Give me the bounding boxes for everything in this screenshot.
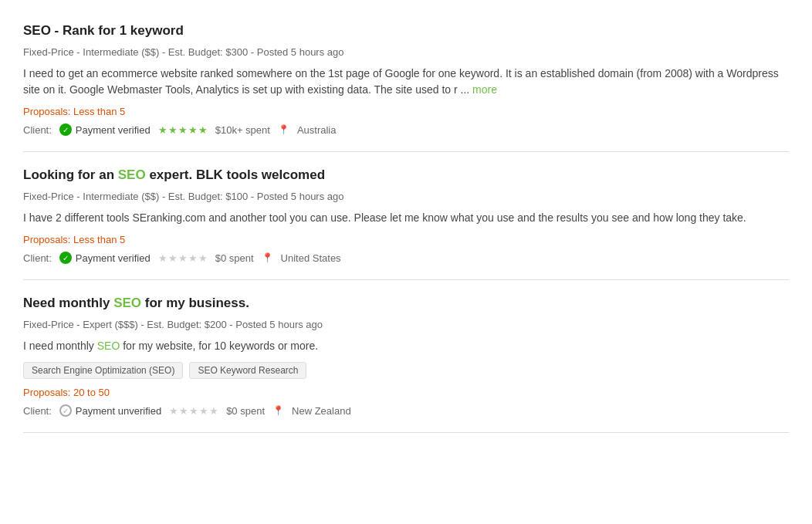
client-info-2: Client: ✓ Payment verified ★ ★ ★ ★ ★ $0 … [23, 252, 789, 264]
tag-seo-2[interactable]: SEO Keyword Research [189, 362, 306, 379]
star-3-2: ★ [179, 405, 188, 417]
more-link-1[interactable]: more [472, 83, 497, 96]
verified-icon-1: ✓ [59, 123, 72, 136]
client-label-2: Client: [23, 252, 52, 264]
job-title-text-1: SEO - Rank for 1 keyword [23, 23, 184, 38]
tags-3: Search Engine Optimization (SEO) SEO Key… [23, 362, 789, 379]
star-3-3: ★ [189, 405, 198, 417]
star-1-1: ★ [158, 124, 167, 136]
location-2: United States [281, 252, 341, 264]
client-label-3: Client: [23, 405, 52, 417]
payment-text-3: Payment unverified [76, 405, 161, 417]
star-2-4: ★ [188, 252, 198, 264]
payment-text-2: Payment verified [76, 252, 151, 264]
location-3: New Zealand [292, 405, 351, 417]
star-3-5: ★ [209, 405, 218, 417]
star-3-1: ★ [169, 405, 178, 417]
payment-unverified-3: ✓ Payment unverified [59, 404, 161, 417]
stars-3: ★ ★ ★ ★ ★ [169, 405, 218, 417]
job-title-1: SEO - Rank for 1 keyword [23, 23, 789, 39]
proposals-label-1: Proposals: [23, 106, 70, 117]
star-3-4: ★ [199, 405, 208, 417]
stars-2: ★ ★ ★ ★ ★ [158, 252, 208, 264]
job-title-2: Looking for an SEO expert. BLK tools wel… [23, 167, 789, 183]
location-pin-3: 📍 [272, 405, 284, 416]
unverified-icon-3: ✓ [59, 404, 72, 417]
job-title-seo-2: SEO [118, 167, 146, 182]
star-1-2: ★ [168, 124, 178, 136]
location-1: Australia [297, 124, 337, 136]
proposals-value-1: Less than 5 [73, 106, 125, 117]
description-after-3: for my website, for 10 keywords or more. [120, 340, 318, 352]
star-1-3: ★ [178, 124, 188, 136]
job-title-3: Need monthly SEO for my business. [23, 296, 789, 311]
payment-verified-2: ✓ Payment verified [59, 252, 151, 264]
client-info-1: Client: ✓ Payment verified ★ ★ ★ ★ ★ $10… [23, 123, 789, 136]
job-description-2: I have 2 different tools SEranking.com a… [23, 210, 789, 226]
location-pin-1: 📍 [278, 124, 289, 135]
job-meta-2: Fixed-Price - Intermediate ($$) - Est. B… [23, 191, 789, 202]
proposals-1: Proposals: Less than 5 [23, 106, 789, 117]
job-listing-2: Looking for an SEO expert. BLK tools wel… [23, 152, 789, 280]
job-meta-3: Fixed-Price - Expert ($$$) - Est. Budget… [23, 319, 789, 330]
proposals-value-3: 20 to 50 [73, 387, 110, 398]
job-description-1: I need to get an ecommerce website ranke… [23, 66, 789, 98]
job-description-3: I need monthly SEO for my website, for 1… [23, 338, 789, 354]
job-listing-3: Need monthly SEO for my business. Fixed-… [23, 280, 789, 433]
payment-verified-1: ✓ Payment verified [59, 123, 151, 136]
job-title-seo-3: SEO [113, 296, 141, 310]
job-title-before-seo-3: Need monthly [23, 296, 113, 310]
star-2-5: ★ [198, 252, 208, 264]
job-meta-1: Fixed-Price - Intermediate ($$) - Est. B… [23, 46, 789, 58]
spent-1: $10k+ spent [215, 124, 270, 136]
job-title-after-seo-2: expert. BLK tools welcomed [146, 167, 325, 182]
star-2-2: ★ [168, 252, 178, 264]
proposals-value-2: Less than 5 [73, 234, 125, 245]
proposals-label-3: Proposals: [23, 387, 70, 398]
spent-2: $0 spent [215, 252, 254, 264]
description-text-1: I need to get an ecommerce website ranke… [23, 67, 779, 96]
spent-3: $0 spent [226, 405, 265, 417]
payment-text-1: Payment verified [76, 124, 151, 136]
listings-container: SEO - Rank for 1 keyword Fixed-Price - I… [0, 0, 812, 441]
star-1-4: ★ [188, 124, 198, 136]
description-seo-3: SEO [97, 340, 120, 352]
proposals-3: Proposals: 20 to 50 [23, 387, 789, 398]
tag-seo-1[interactable]: Search Engine Optimization (SEO) [23, 362, 183, 379]
star-1-5: ★ [198, 124, 208, 136]
description-before-3: I need monthly [23, 340, 97, 352]
location-pin-2: 📍 [262, 252, 273, 263]
job-listing-1: SEO - Rank for 1 keyword Fixed-Price - I… [23, 8, 789, 152]
job-title-before-seo-2: Looking for an [23, 167, 118, 182]
proposals-2: Proposals: Less than 5 [23, 234, 789, 245]
star-2-1: ★ [158, 252, 167, 264]
star-2-3: ★ [178, 252, 188, 264]
description-text-2: I have 2 different tools SEranking.com a… [23, 211, 746, 224]
stars-1: ★ ★ ★ ★ ★ [158, 124, 208, 136]
verified-icon-2: ✓ [59, 252, 72, 264]
job-title-after-seo-3: for my business. [141, 296, 249, 310]
client-info-3: Client: ✓ Payment unverified ★ ★ ★ ★ ★ $… [23, 404, 789, 417]
proposals-label-2: Proposals: [23, 234, 70, 245]
client-label-1: Client: [23, 124, 52, 136]
